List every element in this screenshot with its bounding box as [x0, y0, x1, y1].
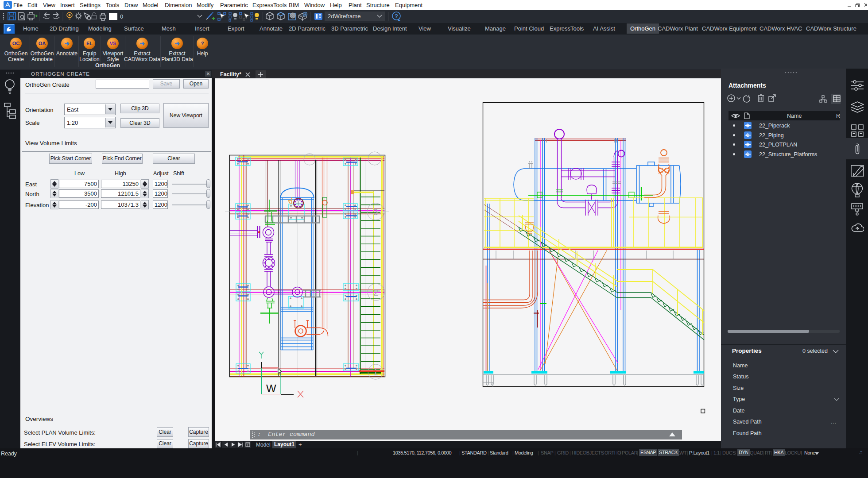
- svg-text:2dWireframe: 2dWireframe: [328, 13, 360, 19]
- svg-text:W: W: [266, 382, 276, 394]
- svg-text:1: 1: [373, 367, 378, 377]
- svg-text:0: 0: [120, 13, 123, 20]
- svg-text:3: 3: [373, 207, 378, 217]
- svg-text:2: 2: [373, 287, 379, 297]
- svg-text:?: ?: [395, 13, 398, 19]
